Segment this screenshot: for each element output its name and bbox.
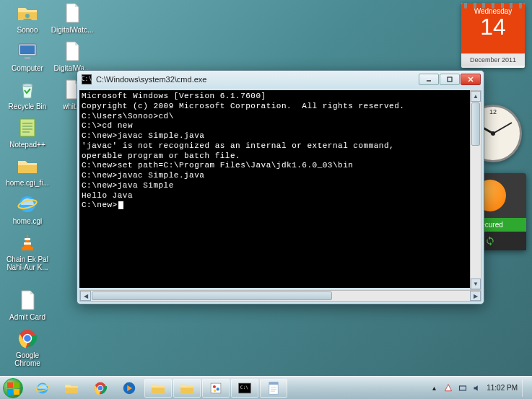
svg-rect-18 [7,382,13,388]
svg-rect-28 [211,383,221,393]
svg-text:C:\: C:\ [240,385,248,390]
taskbar-folder-open[interactable] [144,379,172,398]
titlebar[interactable]: C:\ C:\Windows\system32\cmd.exe [77,71,484,88]
icon-label: DigitalWatc... [51,26,94,34]
homecgi[interactable]: home.cgi [6,193,49,225]
console-line: operable program or batch file. [82,152,479,162]
taskbar-explorer[interactable] [58,379,85,398]
svg-rect-10 [24,242,31,245]
svg-rect-36 [460,386,466,390]
tray-clock[interactable]: 11:02 PM [487,384,518,392]
console-line: C:\new>javac Simple.java [82,131,479,141]
taskbar-chrome[interactable] [87,379,114,398]
hscroll-thumb[interactable] [92,291,332,300]
network-icon[interactable] [458,383,468,393]
chrome[interactable]: Google Chrome [6,327,49,367]
homecgi-folder[interactable]: home.cgi_fi... [6,154,49,187]
vlc-playlist[interactable]: Chain Ek Pal Nahi-Aur K... [6,231,49,271]
svg-rect-8 [22,247,33,250]
window-title: C:\Windows\system32\cmd.exe [96,75,419,84]
console-line: C:\new> [82,201,479,211]
svg-point-31 [214,389,216,391]
console-line: 'javac' is not recognized as an internal… [82,141,479,152]
taskbar[interactable]: C:\ ▴ 11:02 PM [0,376,532,399]
icon-label: home.cgi_fi... [6,179,49,187]
icon-label: Computer [6,64,49,72]
console-line: Copyright (c) 2009 Microsoft Corporation… [82,102,479,112]
icon-label: Recycle Bin [6,102,49,110]
cmd-window[interactable]: C:\ C:\Windows\system32\cmd.exe Microsof… [77,70,484,304]
icon-label: Chain Ek Pal Nahi-Aur K... [6,255,49,271]
icon-label: Notepad++ [6,141,49,149]
taskbar-paint[interactable] [202,379,230,398]
vertical-scrollbar[interactable]: ▲ ▼ [470,90,481,290]
icon-label: Google Chrome [6,351,49,367]
horizontal-scrollbar[interactable]: ◀ ▶ [79,290,481,302]
minimize-button[interactable] [419,74,439,85]
show-desktop-button[interactable] [522,380,528,397]
calendar-gadget: Wednesday 14 December 2011 [461,3,525,68]
console-line: C:\Users\Sonoo>cd\ [82,112,479,122]
svg-rect-3 [25,57,30,59]
calendar-daynum: 14 [461,15,525,38]
admit-card[interactable]: Admit Card [6,289,49,321]
svg-rect-15 [448,77,452,82]
maximize-button[interactable] [440,74,460,85]
taskbar-notepad[interactable] [260,379,287,398]
svg-rect-35 [269,382,278,384]
close-button[interactable] [461,74,481,85]
svg-rect-21 [14,389,19,395]
taskbar-wmp[interactable] [115,379,143,398]
volume-icon[interactable] [472,383,482,393]
vscroll-thumb[interactable] [471,102,480,146]
svg-rect-2 [20,45,35,54]
icon-label: Admit Card [6,313,49,321]
system-tray[interactable]: ▴ 11:02 PM [429,380,528,397]
taskbar-cmd[interactable]: C:\ [231,379,258,398]
icon-label: home.cgi [6,217,49,225]
taskbar-ie[interactable] [29,379,56,398]
icon-label: Sonoo [6,26,49,34]
cursor [118,201,123,209]
cmd-icon: C:\ [82,74,92,84]
svg-point-0 [25,14,30,18]
svg-point-30 [217,387,219,390]
svg-rect-5 [20,119,35,136]
scroll-left-arrow-icon[interactable]: ◀ [80,291,91,301]
scroll-down-arrow-icon[interactable]: ▼ [471,279,481,289]
console-output[interactable]: Microsoft Windows [Version 6.1.7600]Copy… [79,90,481,288]
windows-logo-icon [3,378,23,398]
console-line: C:\new>set path=C:\Program Files\Java\jd… [82,161,479,171]
show-hidden-icons[interactable]: ▴ [429,383,439,393]
digitalwa-file[interactable]: DigitalWa... [51,40,94,72]
svg-point-29 [213,385,216,387]
svg-rect-19 [14,382,19,388]
svg-rect-9 [25,238,30,240]
start-button[interactable] [0,377,26,400]
svg-rect-20 [7,389,13,395]
computer[interactable]: Computer [6,40,49,72]
recycle-bin[interactable]: Recycle Bin [6,78,49,110]
scroll-up-arrow-icon[interactable]: ▲ [471,91,481,102]
console-line: C:\new>javac Simple.java [82,171,479,181]
scroll-right-arrow-icon[interactable]: ▶ [470,291,481,301]
action-center-icon[interactable] [443,383,453,393]
refresh-icon[interactable] [485,236,495,246]
console-line: Microsoft Windows [Version 6.1.7600] [82,92,479,102]
calendar-month-year: December 2011 [461,53,525,66]
sonoo-folder[interactable]: Sonoo [6,1,49,34]
taskbar-folder-open2[interactable] [173,379,201,398]
digitalwatch-file[interactable]: DigitalWatc... [51,1,94,34]
console-line: Hello Java [82,191,479,201]
notepadpp[interactable]: Notepad++ [6,116,49,149]
console-line: C:\>cd new [82,121,479,131]
svg-point-4 [22,84,32,87]
console-line: C:\new>java Simple [82,181,479,191]
